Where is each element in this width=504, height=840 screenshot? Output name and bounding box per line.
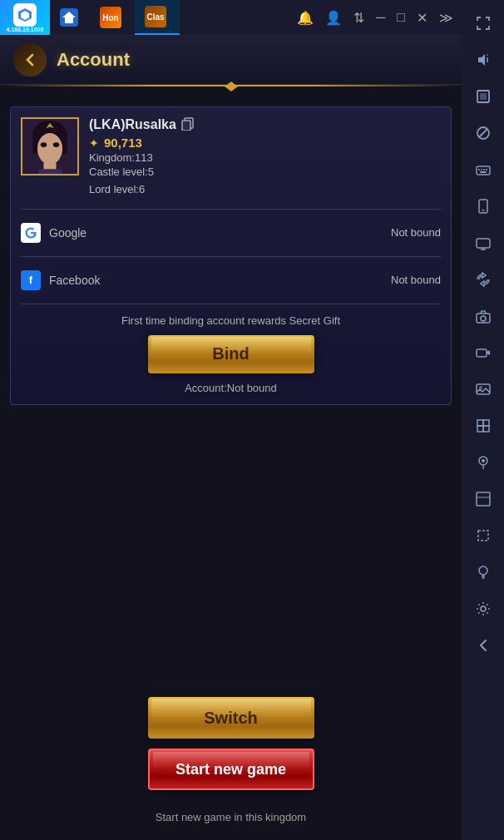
top-bar: 4.180.10.1006 Hon Clas 🔔 👤 ⇅ ─ □ ✕ ≫ — [0, 0, 462, 35]
svg-rect-48 — [477, 492, 490, 506]
transfer-icon[interactable]: ⇅ — [353, 10, 364, 26]
slash-icon[interactable] — [467, 116, 500, 150]
panel-icon[interactable] — [467, 482, 500, 516]
svg-rect-50 — [478, 531, 488, 541]
svg-rect-9 — [62, 131, 67, 154]
switch-button[interactable]: Switch — [148, 697, 314, 739]
bulb-icon[interactable] — [467, 556, 500, 589]
svg-rect-24 — [477, 166, 490, 175]
facebook-status: Not bound — [391, 274, 441, 286]
maximize-icon[interactable]: □ — [397, 10, 405, 25]
settings-icon[interactable] — [467, 592, 500, 625]
svg-point-7 — [37, 133, 62, 165]
player-info: (LKA)Rusalka ✦ 90,713 Kingdom:113 Castle… — [21, 117, 441, 199]
google-icon — [21, 223, 41, 243]
svg-rect-44 — [483, 426, 489, 432]
player-details: (LKA)Rusalka ✦ 90,713 Kingdom:113 Castle… — [89, 117, 441, 199]
account-card: (LKA)Rusalka ✦ 90,713 Kingdom:113 Castle… — [10, 106, 452, 405]
svg-marker-4 — [225, 82, 238, 91]
facebook-icon: f — [21, 270, 41, 290]
window-controls: 🔔 👤 ⇅ ─ □ ✕ ≫ — [297, 10, 462, 26]
right-sidebar — [462, 0, 504, 840]
bluestacks-logo: 4.180.10.1006 — [0, 0, 50, 35]
card-divider-3 — [21, 304, 441, 304]
start-new-game-button[interactable]: Start new game — [148, 749, 314, 790]
fullscreen-icon[interactable] — [467, 80, 500, 113]
close-icon[interactable]: ✕ — [417, 10, 427, 26]
account-header: Account — [0, 35, 462, 85]
tab-home[interactable] — [50, 0, 90, 35]
tv-icon[interactable] — [467, 226, 500, 259]
facebook-label: Facebook — [49, 274, 100, 287]
svg-rect-43 — [477, 426, 483, 432]
player-name: (LKA)Rusalka — [89, 117, 176, 132]
svg-point-46 — [482, 459, 485, 462]
bluestacks-text: 4.180.10.1006 — [7, 27, 44, 32]
volume-icon[interactable] — [467, 43, 500, 77]
page-title: Account — [57, 49, 130, 71]
svg-rect-42 — [483, 420, 489, 426]
bs-icon — [13, 3, 37, 27]
user-icon[interactable]: 👤 — [325, 10, 342, 26]
google-bind-left: Google — [21, 223, 86, 243]
google-bind-row: Google Not bound — [21, 216, 441, 250]
svg-point-51 — [479, 566, 487, 575]
main-content: Account — [0, 35, 462, 840]
svg-marker-17 — [478, 54, 485, 66]
google-label: Google — [49, 226, 86, 240]
player-name-row: (LKA)Rusalka — [89, 117, 441, 132]
svg-point-55 — [481, 606, 486, 611]
avatar — [21, 117, 79, 175]
svg-rect-21 — [480, 93, 487, 100]
phone-icon[interactable] — [467, 190, 500, 223]
power-value: 90,713 — [104, 136, 142, 150]
gift-text: First time binding account rewards Secre… — [21, 314, 441, 327]
back-arrow-icon[interactable] — [467, 629, 500, 662]
castle-level: Castle level:5 — [89, 164, 441, 181]
header-diamond — [0, 82, 462, 91]
svg-rect-37 — [477, 349, 487, 357]
google-status: Not bound — [391, 226, 441, 239]
svg-rect-32 — [477, 239, 490, 248]
tab-clas[interactable]: Clas — [135, 0, 180, 35]
expand-icon[interactable] — [467, 7, 500, 40]
svg-rect-8 — [32, 131, 37, 154]
svg-rect-41 — [477, 420, 483, 426]
camera-flip-icon[interactable] — [467, 263, 500, 296]
kingdom-info: Kingdom:113 — [89, 151, 441, 164]
crop-icon[interactable] — [467, 519, 500, 552]
video-icon[interactable] — [467, 336, 500, 369]
svg-point-36 — [481, 316, 486, 321]
pin-icon[interactable] — [467, 446, 500, 479]
copy-icon[interactable] — [181, 117, 196, 132]
bell-icon[interactable]: 🔔 — [297, 10, 314, 26]
power-icon: ✦ — [89, 136, 99, 150]
svg-rect-16 — [182, 121, 190, 131]
svg-rect-39 — [477, 384, 490, 394]
svg-line-23 — [479, 129, 487, 137]
collapse-icon[interactable]: ≫ — [439, 10, 453, 26]
account-status: Account:Not bound — [21, 382, 441, 394]
tab-hon[interactable]: Hon — [90, 0, 135, 35]
kingdom-hint: Start new game in this kingdom — [0, 811, 462, 823]
svg-point-11 — [53, 142, 60, 147]
svg-rect-14 — [38, 169, 62, 175]
bind-button[interactable]: Bind — [148, 335, 314, 373]
bottom-area: Switch Start new game — [0, 697, 462, 790]
svg-point-10 — [41, 142, 47, 147]
camera-icon[interactable] — [467, 299, 500, 333]
image-icon[interactable] — [467, 373, 500, 406]
keyboard-icon[interactable] — [467, 153, 500, 186]
layers-icon[interactable] — [467, 409, 500, 442]
facebook-bind-row: f Facebook Not bound — [21, 264, 441, 297]
lord-level: Lord level:6 — [89, 181, 441, 199]
card-divider-2 — [21, 256, 441, 257]
card-divider-1 — [21, 209, 441, 210]
minimize-icon[interactable]: ─ — [376, 10, 385, 25]
player-stats: ✦ 90,713 — [89, 136, 441, 150]
back-button[interactable] — [13, 43, 47, 77]
facebook-bind-left: f Facebook — [21, 270, 100, 290]
